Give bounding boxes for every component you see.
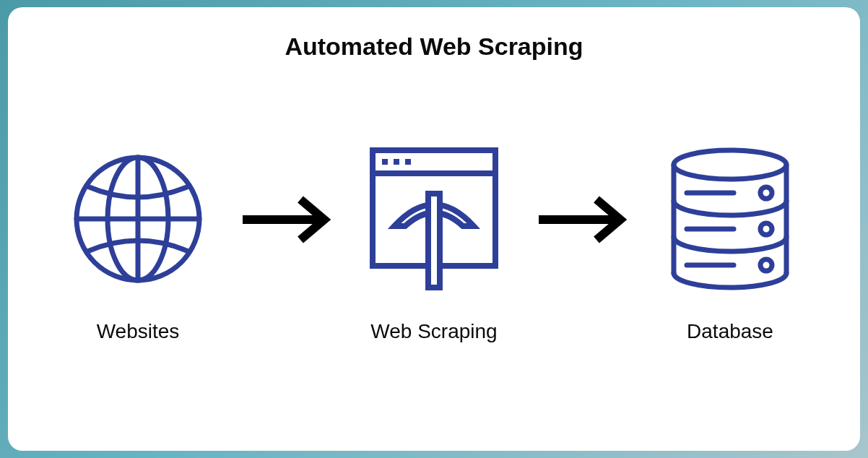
- svg-rect-9: [405, 159, 411, 165]
- diagram-card: Automated Web Scraping Websites: [8, 7, 860, 451]
- scraper-icon: [362, 147, 506, 291]
- database-icon: [658, 147, 802, 291]
- svg-point-20: [760, 259, 772, 271]
- arrow-icon: [235, 191, 337, 249]
- svg-rect-8: [394, 159, 399, 165]
- step-scraping: Web Scraping: [362, 147, 506, 343]
- flow-container: Websites: [51, 104, 817, 429]
- diagram-title: Automated Web Scraping: [51, 33, 817, 61]
- step-websites: Websites: [66, 147, 210, 343]
- svg-rect-10: [428, 194, 440, 288]
- step-label: Database: [687, 320, 773, 343]
- step-label: Websites: [97, 320, 180, 343]
- svg-rect-7: [382, 159, 388, 165]
- step-database: Database: [658, 147, 802, 343]
- svg-point-12: [674, 150, 786, 179]
- globe-icon: [66, 147, 210, 291]
- arrow-icon: [531, 191, 633, 249]
- step-label: Web Scraping: [370, 320, 497, 343]
- svg-point-18: [760, 223, 772, 235]
- svg-point-16: [760, 187, 772, 199]
